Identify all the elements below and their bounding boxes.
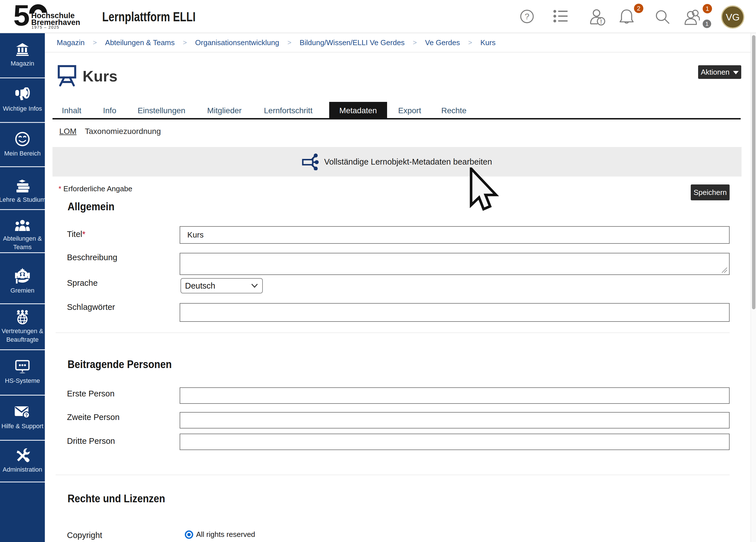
svg-text:1975 – 2025: 1975 – 2025: [31, 25, 59, 30]
svg-text:!: !: [600, 18, 602, 25]
svg-text:?: ?: [25, 413, 28, 418]
svg-text:5: 5: [13, 1, 30, 30]
svg-text:?: ?: [525, 12, 530, 21]
